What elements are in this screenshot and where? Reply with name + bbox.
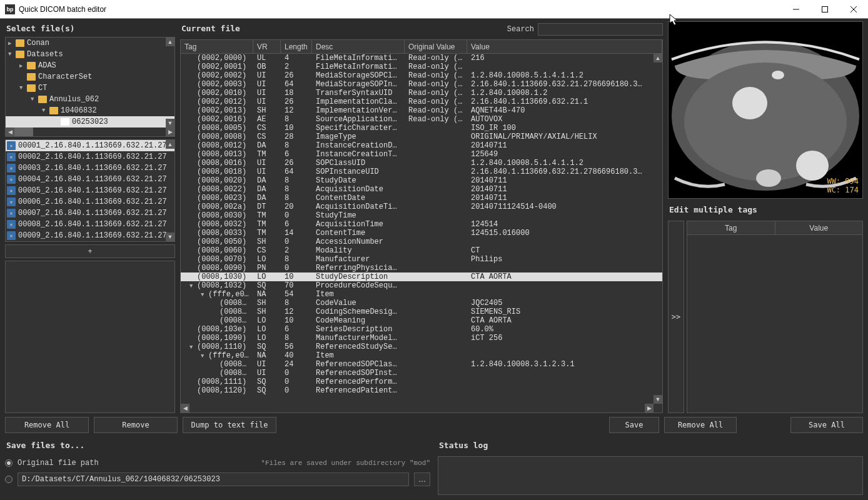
expand-arrow-icon[interactable]: ▶ bbox=[19, 62, 27, 69]
file-item[interactable]: ✕00002_2.16.840.1.113669.632.21.27 bbox=[6, 151, 174, 162]
tag-row[interactable]: (0008,…UI24ReferencedSOPClassU…1.2.840.1… bbox=[181, 360, 662, 369]
tree-item[interactable]: ▼10406832 bbox=[6, 105, 174, 116]
tag-row[interactable]: (0002,0001)OB2FileMetaInformation…Read-o… bbox=[181, 62, 662, 71]
expand-arrow-icon[interactable]: ▼ bbox=[31, 96, 38, 102]
col-header-desc[interactable]: Desc bbox=[312, 40, 405, 53]
tag-table[interactable]: Tag VR Length Desc Original Value Value … bbox=[180, 39, 663, 413]
tag-row[interactable]: (0008,0070)LO8ManufacturerPhilips bbox=[181, 255, 662, 264]
file-item[interactable]: ✕00006_2.16.840.1.113669.632.21.27 bbox=[6, 196, 174, 208]
scroll-right-icon[interactable]: ▶ bbox=[166, 128, 174, 136]
col-header-vr[interactable]: VR bbox=[253, 40, 281, 53]
tag-row[interactable]: (0008,0090)PN0ReferringPhysicianN… bbox=[181, 264, 662, 272]
tree-item[interactable]: ▼CT bbox=[6, 82, 174, 94]
tag-row[interactable]: (0008,1120)SQ0ReferencedPatientSe… bbox=[181, 386, 662, 395]
dump-button[interactable]: Dump to text file bbox=[183, 417, 276, 433]
file-item[interactable]: ✕00001_2.16.840.1.113669.632.21.27 bbox=[6, 140, 174, 151]
col-header-tag[interactable]: Tag bbox=[181, 40, 253, 53]
col-header-value[interactable]: Value bbox=[467, 40, 662, 53]
scroll-down-icon[interactable]: ▼ bbox=[654, 395, 662, 404]
tag-row[interactable]: (0008,0016)UI26SOPClassUID1.2.840.10008.… bbox=[181, 159, 662, 168]
tag-row[interactable]: (0002,0003)UI64MediaStorageSOPInst…Read-… bbox=[181, 80, 662, 89]
tag-row[interactable]: ▼(fffe,e00…NA40Item bbox=[181, 351, 662, 360]
tag-row[interactable]: (0002,0016)AE8SourceApplicationEn…Read-o… bbox=[181, 115, 662, 124]
tag-row[interactable]: (0002,0000)UL4FileMetaInformation…Read-o… bbox=[181, 54, 662, 62]
folder-tree[interactable]: ▶Conan▼Datasets▶ADASCharacterSet▼CT▼Annu… bbox=[5, 37, 175, 137]
tag-row[interactable]: (0008,0005)CS10SpecificCharacterSetISO_I… bbox=[181, 124, 662, 132]
file-item[interactable]: ✕00003_2.16.840.1.113669.632.21.27 bbox=[6, 162, 174, 174]
edit-tag-table[interactable]: Tag Value bbox=[687, 221, 863, 413]
browse-button[interactable]: … bbox=[414, 472, 430, 486]
tag-row[interactable]: (0008,0050)SH0AccessionNumber bbox=[181, 238, 662, 246]
tree-item[interactable]: ▶ADAS bbox=[6, 60, 174, 71]
expand-arrow-icon[interactable]: ▼ bbox=[19, 85, 27, 91]
move-right-button[interactable]: >> bbox=[668, 221, 684, 413]
tag-row[interactable]: (0008,1030)LO10StudyDescriptionCTA AORTA bbox=[181, 272, 662, 281]
edit-remove-all-button[interactable]: Remove All bbox=[664, 417, 737, 433]
radio-original-path[interactable] bbox=[5, 459, 13, 467]
tree-item[interactable]: CharacterSet bbox=[6, 71, 174, 82]
scroll-left-icon[interactable]: ◀ bbox=[181, 404, 189, 412]
scroll-up-icon[interactable]: ▲ bbox=[166, 140, 174, 149]
tag-row[interactable]: (0008,002a)DT20AcquisitionDateTime201407… bbox=[181, 202, 662, 211]
tree-item[interactable]: 06253023 bbox=[6, 116, 174, 128]
tag-row[interactable]: (0008,103e)LO6SeriesDescription60.0% bbox=[181, 325, 662, 334]
expand-arrow-icon[interactable]: ▼ bbox=[42, 108, 49, 114]
tag-row[interactable]: (0008,0033)TM14ContentTime124515.016000 bbox=[181, 229, 662, 238]
tag-row[interactable]: (0008,0008)CS28ImageTypeORIGINAL/PRIMARY… bbox=[181, 132, 662, 141]
scroll-up-icon[interactable]: ▲ bbox=[166, 38, 174, 46]
file-item[interactable]: ✕00009_2.16.840.1.113669.632.21.27 bbox=[6, 230, 174, 241]
tree-item[interactable]: ▼Datasets bbox=[6, 49, 174, 60]
tag-row[interactable]: (0008,…SH8CodeValueJQC2405 bbox=[181, 299, 662, 308]
tag-row[interactable]: (0008,0032)TM6AcquisitionTime124514 bbox=[181, 220, 662, 229]
tag-row[interactable]: (0002,0002)UI26MediaStorageSOPClas…Read-… bbox=[181, 71, 662, 80]
tag-row[interactable]: (0002,0013)SH12ImplementationVersi…Read-… bbox=[181, 106, 662, 115]
tag-row[interactable]: ▼(fffe,e00…NA54Item bbox=[181, 290, 662, 299]
col-header-value[interactable]: Value bbox=[775, 221, 863, 234]
drop-area[interactable] bbox=[5, 261, 175, 413]
radio-custom-path[interactable] bbox=[5, 476, 13, 483]
image-preview[interactable]: WW: 994 WC: 174 bbox=[668, 21, 863, 199]
expand-arrow-icon[interactable]: ▼ bbox=[8, 51, 16, 58]
tag-row[interactable]: (0008,1090)LO8ManufacturerModelNa…iCT 25… bbox=[181, 334, 662, 342]
tag-row[interactable]: (0008,…UI0ReferencedSOPInstan… bbox=[181, 369, 662, 378]
h-scrollbar-thumb[interactable] bbox=[14, 128, 33, 136]
save-button[interactable]: Save bbox=[609, 417, 659, 433]
tag-row[interactable]: (0008,0012)DA8InstanceCreationDate201407… bbox=[181, 141, 662, 150]
scroll-right-icon[interactable]: ▶ bbox=[645, 404, 654, 412]
scroll-up-icon[interactable]: ▲ bbox=[654, 54, 662, 62]
tree-item[interactable]: ▼Annulus_062 bbox=[6, 94, 174, 105]
tree-item[interactable]: ▶Conan bbox=[6, 38, 174, 49]
tag-row[interactable]: (0008,0022)DA8AcquisitionDate20140711 bbox=[181, 185, 662, 194]
remove-button[interactable]: Remove bbox=[94, 417, 178, 433]
col-header-tag[interactable]: Tag bbox=[687, 221, 775, 234]
tag-row[interactable]: (0008,…LO10CodeMeaningCTA AORTA bbox=[181, 316, 662, 325]
tag-row[interactable]: (0008,…SH12CodingSchemeDesigna…SIEMENS_R… bbox=[181, 308, 662, 316]
tag-row[interactable]: (0008,0060)CS2ModalityCT bbox=[181, 246, 662, 255]
file-item[interactable]: ✕00008_2.16.840.1.113669.632.21.27 bbox=[6, 219, 174, 230]
scroll-left-icon[interactable]: ◀ bbox=[6, 128, 14, 136]
tag-row[interactable]: (0008,0018)UI64SOPInstanceUID2.16.840.1.… bbox=[181, 168, 662, 176]
save-path-field[interactable]: D:/Datasets/CT/Annulus_062/10406832/0625… bbox=[18, 472, 409, 486]
scroll-down-icon[interactable]: ▼ bbox=[166, 232, 174, 241]
tag-row[interactable]: ▼(0008,1032)SQ70ProcedureCodeSequen… bbox=[181, 281, 662, 290]
add-file-button[interactable]: + bbox=[5, 244, 175, 258]
minimize-button[interactable] bbox=[782, 0, 810, 19]
tag-row[interactable]: (0008,0023)DA8ContentDate20140711 bbox=[181, 194, 662, 202]
tag-row[interactable]: (0008,0030)TM0StudyTime bbox=[181, 211, 662, 220]
save-all-button[interactable]: Save All bbox=[790, 417, 863, 433]
tag-row[interactable]: (0002,0012)UI26ImplementationClass…Read-… bbox=[181, 98, 662, 106]
tag-row[interactable]: (0008,0013)TM6InstanceCreationTime125649 bbox=[181, 150, 662, 159]
file-list[interactable]: ✕00001_2.16.840.1.113669.632.21.27✕00002… bbox=[5, 139, 175, 242]
scroll-down-icon[interactable]: ▼ bbox=[166, 119, 174, 128]
col-header-original[interactable]: Original Value bbox=[405, 40, 467, 53]
file-item[interactable]: ✕00004_2.16.840.1.113669.632.21.27 bbox=[6, 174, 174, 185]
tag-row[interactable]: ▼(0008,1110)SQ56ReferencedStudySequ… bbox=[181, 342, 662, 351]
remove-all-button[interactable]: Remove All bbox=[5, 417, 89, 433]
file-item[interactable]: ✕00005_2.16.840.1.113669.632.21.27 bbox=[6, 185, 174, 196]
maximize-button[interactable] bbox=[810, 0, 839, 19]
tag-row[interactable]: (0008,1111)SQ0ReferencedPerformed… bbox=[181, 378, 662, 386]
col-header-length[interactable]: Length bbox=[281, 40, 312, 53]
close-button[interactable] bbox=[839, 0, 868, 19]
tag-row[interactable]: (0002,0010)UI18TransferSyntaxUIDRead-onl… bbox=[181, 89, 662, 98]
tag-row[interactable]: (0008,0020)DA8StudyDate20140711 bbox=[181, 176, 662, 185]
